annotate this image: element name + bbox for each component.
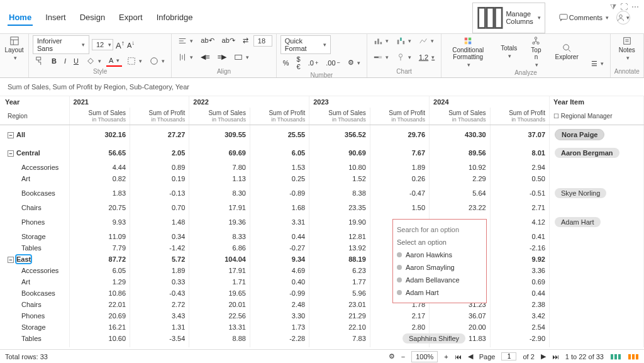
font-color-button[interactable]: A: [106, 55, 122, 67]
data-cell[interactable]: 27.27: [130, 125, 189, 144]
data-cell[interactable]: 36.07: [430, 310, 491, 321]
manager-cell[interactable]: [550, 242, 644, 254]
data-cell[interactable]: 1.83: [69, 184, 130, 202]
data-cell[interactable]: -0.27: [250, 242, 309, 254]
data-cell[interactable]: 56.65: [69, 144, 130, 162]
data-cell[interactable]: 2.54: [490, 321, 549, 333]
data-cell[interactable]: 5.64: [430, 184, 491, 202]
zoom-level[interactable]: 100%: [411, 351, 438, 362]
data-cell[interactable]: -0.89: [250, 184, 309, 202]
topn-button[interactable]: Top n: [527, 35, 545, 69]
data-cell[interactable]: 7.79: [69, 242, 130, 254]
data-cell[interactable]: 6.05: [69, 265, 130, 276]
data-cell[interactable]: -0.43: [130, 288, 189, 299]
more-icon[interactable]: ⋯: [631, 3, 639, 11]
view-bars-icon[interactable]: ▮▮▮: [610, 352, 621, 360]
data-grid[interactable]: Year 2021 2022 2023 2024 Year Item Regio…: [0, 96, 644, 347]
data-cell[interactable]: 7.36: [370, 344, 429, 347]
quick-format-select[interactable]: Quick Format: [280, 35, 331, 54]
data-cell[interactable]: 356.52: [309, 125, 370, 144]
data-cell[interactable]: 5.96: [309, 288, 370, 299]
dropdown-option[interactable]: Aaron Smayling: [397, 261, 482, 274]
underline-button[interactable]: U: [71, 56, 81, 66]
data-cell[interactable]: -0.13: [130, 184, 189, 202]
tab-insert[interactable]: Insert: [44, 10, 67, 26]
data-cell[interactable]: 16.21: [69, 321, 130, 333]
align-v-button[interactable]: [175, 52, 196, 63]
data-cell[interactable]: 10.80: [309, 162, 370, 173]
data-cell[interactable]: 302.16: [69, 125, 130, 144]
data-cell[interactable]: 20.01: [189, 299, 250, 310]
data-cell[interactable]: 10.60: [69, 333, 130, 344]
data-cell[interactable]: 88.19: [309, 254, 370, 265]
zoom-in-button[interactable]: +: [444, 353, 448, 360]
indent-inc-button[interactable]: ≡▶: [215, 52, 229, 62]
data-cell[interactable]: 1.48: [130, 213, 189, 231]
data-cell[interactable]: 0.41: [490, 231, 549, 242]
dropdown-option[interactable]: Aaron Hawkins: [397, 249, 482, 261]
percent-button[interactable]: %: [280, 58, 292, 68]
data-cell[interactable]: 1.53: [250, 162, 309, 173]
data-cell[interactable]: 9.94: [130, 344, 189, 347]
data-cell[interactable]: 17.91: [189, 265, 250, 276]
font-select[interactable]: Inforiver Sans: [33, 35, 89, 54]
theme-button[interactable]: [147, 55, 167, 67]
data-cell[interactable]: 11.09: [69, 231, 130, 242]
align-h-button[interactable]: [175, 35, 196, 47]
data-cell[interactable]: 8.01: [490, 144, 549, 162]
data-cell[interactable]: 2.72: [130, 299, 189, 310]
data-cell[interactable]: 0.19: [130, 173, 189, 184]
data-cell[interactable]: 8.33: [189, 231, 250, 242]
fit-button[interactable]: [231, 52, 252, 63]
explorer-button[interactable]: Explorer: [551, 42, 582, 62]
data-cell[interactable]: 0.70: [130, 202, 189, 213]
data-cell[interactable]: 430.30: [430, 125, 491, 144]
data-cell[interactable]: 7.80: [189, 162, 250, 173]
data-cell[interactable]: 20.75: [69, 202, 130, 213]
indent-dec-button[interactable]: ◀≡: [198, 52, 212, 62]
indent-level[interactable]: 18: [253, 35, 272, 47]
data-cell[interactable]: 87.72: [69, 254, 130, 265]
manager-cell[interactable]: Aaron Bergman: [550, 144, 644, 162]
data-cell[interactable]: 10.86: [69, 288, 130, 299]
data-cell[interactable]: 23.35: [309, 202, 370, 213]
prev-page-button[interactable]: ◀: [468, 352, 473, 360]
data-cell[interactable]: 0.25: [250, 173, 309, 184]
analyze-more-button[interactable]: ☰: [589, 59, 606, 69]
data-cell[interactable]: 1.29: [69, 276, 130, 288]
data-cell[interactable]: 20.69: [69, 310, 130, 321]
data-cell[interactable]: 0.40: [250, 276, 309, 288]
view-bars-alt-icon[interactable]: ▮▮▮: [628, 352, 639, 360]
settings-icon[interactable]: ⚙: [389, 352, 395, 360]
data-cell[interactable]: -0.51: [490, 184, 549, 202]
data-cell[interactable]: 3.36: [490, 265, 549, 276]
zoom-out-button[interactable]: −: [401, 353, 405, 360]
manager-cell[interactable]: Nora Paige: [550, 125, 644, 144]
data-cell[interactable]: 7.83: [309, 333, 370, 344]
table-row[interactable]: Art1.290.331.710.401.770.472.610.69: [0, 276, 644, 288]
next-page-button[interactable]: ▶: [541, 352, 546, 360]
bar-chart-button[interactable]: [371, 35, 391, 47]
manager-cell[interactable]: Adam Hart: [550, 213, 644, 231]
data-cell[interactable]: 0.82: [69, 173, 130, 184]
data-cell[interactable]: 19.90: [309, 213, 370, 231]
data-cell[interactable]: 8.88: [189, 333, 250, 344]
data-cell[interactable]: 1.83: [250, 344, 309, 347]
layout-button[interactable]: Layout: [4, 35, 25, 62]
table-row[interactable]: −Central56.652.0569.696.0590.697.6789.56…: [0, 144, 644, 162]
manager-cell[interactable]: [550, 265, 644, 276]
table-row[interactable]: Phones20.693.4322.563.3021.292.1736.073.…: [0, 310, 644, 321]
table-row[interactable]: Accessories4.440.897.801.5310.801.8910.9…: [0, 162, 644, 173]
bold-button[interactable]: B: [49, 56, 59, 66]
first-page-button[interactable]: ⏮: [455, 353, 462, 360]
table-row[interactable]: Phones9.931.4819.363.3119.903.4223.214.1…: [0, 213, 644, 231]
data-cell[interactable]: 1.50: [370, 202, 429, 213]
data-cell[interactable]: 9.34: [250, 254, 309, 265]
data-cell[interactable]: 22.01: [69, 299, 130, 310]
bullet-button[interactable]: [371, 52, 391, 63]
data-cell[interactable]: -2.90: [490, 333, 549, 344]
data-cell[interactable]: 3.30: [250, 310, 309, 321]
data-cell[interactable]: 4.12: [490, 213, 549, 231]
data-cell[interactable]: 2.48: [250, 299, 309, 310]
table-row[interactable]: Accessories6.051.8917.914.696.231.2614.8…: [0, 265, 644, 276]
